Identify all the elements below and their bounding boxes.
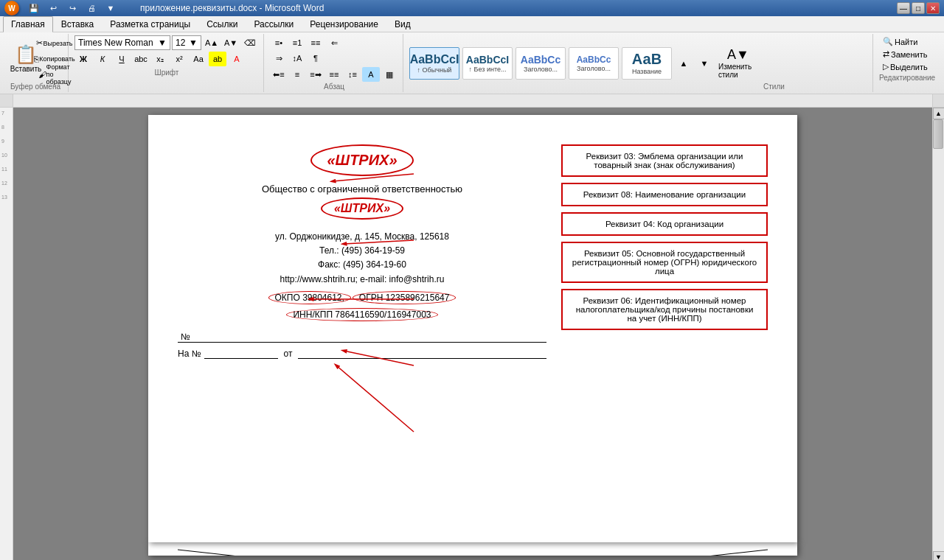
content-area: 78910111213 «ШТРИХ» Общество с ограничен… bbox=[0, 108, 944, 560]
scroll-down-button[interactable]: ▼ bbox=[933, 551, 945, 560]
vertical-ruler: 78910111213 bbox=[0, 108, 13, 560]
styles-section-label: Стили bbox=[763, 83, 785, 91]
style-heading1[interactable]: AaBbCc Заголово... bbox=[516, 47, 566, 80]
find-button[interactable]: 🔍 Найти bbox=[879, 35, 937, 48]
tab-references[interactable]: Ссылки bbox=[198, 16, 246, 32]
editing-section: 🔍 Найти ⇄ Заменить ▷ Выделить Редактиров… bbox=[875, 34, 941, 92]
style-normal[interactable]: AaBbCcI ↑ Обычный bbox=[409, 47, 459, 80]
org-name-oval: «ШТРИХ» bbox=[321, 197, 403, 220]
qat-dropdown[interactable]: ▼ bbox=[102, 1, 119, 15]
vertical-scrollbar[interactable]: ▲ ▼ bbox=[932, 108, 944, 560]
numbering-button[interactable]: ≡1 bbox=[288, 35, 306, 50]
title-bar-left: W 💾 ↩ ↪ 🖨 ▼ приложение.реквизиты.docx - … bbox=[4, 1, 324, 15]
logo-oval: «ШТРИХ» bbox=[310, 144, 413, 176]
ogrn-oval: ОГРН 1235896215647 bbox=[353, 291, 457, 304]
align-right-button[interactable]: ≡➡ bbox=[307, 67, 324, 82]
page-curve-svg bbox=[148, 542, 797, 556]
org-type-text: Общество с ограниченной ответственностью bbox=[262, 183, 462, 195]
from-label: от bbox=[284, 349, 293, 359]
scroll-track[interactable] bbox=[933, 119, 944, 551]
inn-row: ИНН/КПП 7864116590/116947003 bbox=[286, 307, 437, 321]
tab-page-layout[interactable]: Разметка страницы bbox=[102, 16, 198, 32]
styles-section: AaBbCcI ↑ Обычный AaBbCcI ↑ Без инте... … bbox=[405, 34, 873, 92]
undo-button[interactable]: ↩ bbox=[44, 1, 62, 15]
tab-mailings[interactable]: Рассылки bbox=[246, 16, 302, 32]
callout-box-4: Реквизит 05: Основной государственный ре… bbox=[561, 242, 768, 283]
style-no-interval[interactable]: AaBbCcI ↑ Без инте... bbox=[462, 47, 513, 80]
tab-home[interactable]: Главная bbox=[3, 16, 53, 32]
cut-button[interactable]: ✂ Вырезать bbox=[46, 36, 63, 51]
line-spacing-button[interactable]: ↕≡ bbox=[344, 67, 361, 82]
border-button[interactable]: ▦ bbox=[381, 67, 398, 82]
contact-info: ул. Орджоникидзе, д. 145, Москва, 125618… bbox=[275, 230, 449, 287]
callout-boxes: Реквизит 03: Эмблема организации или тов… bbox=[561, 137, 768, 520]
callout-box-2: Реквизит 08: Наименование организации bbox=[561, 183, 768, 206]
office-button[interactable]: W bbox=[4, 1, 19, 15]
editing-section-label: Редактирование bbox=[879, 74, 937, 82]
select-button[interactable]: ▷ Выделить bbox=[879, 60, 937, 73]
italic-button[interactable]: К bbox=[94, 52, 111, 66]
show-marks-button[interactable]: ¶ bbox=[307, 51, 324, 66]
decrease-indent-button[interactable]: ⇐ bbox=[325, 35, 343, 50]
decrease-font-button[interactable]: A▼ bbox=[222, 35, 240, 50]
document-area[interactable]: «ШТРИХ» Общество с ограниченной ответств… bbox=[13, 108, 932, 560]
highlight-button[interactable]: ab bbox=[209, 52, 226, 66]
styles-scroll-up[interactable]: ▲ bbox=[675, 56, 693, 71]
callout-box-3: Реквизит 04: Код организации bbox=[561, 212, 768, 236]
font-section-label: Шрифт bbox=[74, 69, 259, 77]
replace-button[interactable]: ⇄ Заменить bbox=[879, 48, 937, 60]
doc-number-label: № bbox=[178, 332, 193, 342]
subscript-button[interactable]: х₂ bbox=[151, 52, 169, 66]
styles-scroll-down[interactable]: ▼ bbox=[695, 56, 713, 71]
bold-button[interactable]: Ж bbox=[74, 52, 92, 66]
reply-line: На № от bbox=[178, 349, 546, 359]
sort-button[interactable]: ↕A bbox=[288, 51, 306, 66]
callout-box-1: Реквизит 03: Эмблема организации или тов… bbox=[561, 144, 768, 177]
increase-font-button[interactable]: A▲ bbox=[203, 35, 221, 50]
tab-review[interactable]: Рецензирование bbox=[302, 16, 386, 32]
close-button[interactable]: ✕ bbox=[926, 2, 940, 14]
shading-button[interactable]: A bbox=[362, 67, 380, 82]
minimize-button[interactable]: — bbox=[897, 2, 910, 14]
strikethrough-button[interactable]: abc bbox=[132, 52, 150, 66]
clear-format-button[interactable]: ⌫ bbox=[241, 35, 259, 50]
maximize-button[interactable]: □ bbox=[912, 2, 925, 14]
doc-number-line: № bbox=[178, 332, 546, 343]
underline-button[interactable]: Ч bbox=[113, 52, 131, 66]
increase-indent-button[interactable]: ⇒ bbox=[270, 51, 288, 66]
okpo-ogrn-row: ОКПО 39804612, ОГРН 1235896215647 bbox=[268, 291, 457, 304]
save-button[interactable]: 💾 bbox=[25, 1, 43, 15]
address-text: ул. Орджоникидзе, д. 145, Москва, 125618 bbox=[275, 230, 449, 244]
align-left-button[interactable]: ⬅≡ bbox=[270, 67, 288, 82]
style-heading2[interactable]: AaBbCc Заголово... bbox=[569, 47, 619, 80]
font-size-input[interactable]: 12 ▼ bbox=[172, 35, 201, 50]
align-center-button[interactable]: ≡ bbox=[288, 67, 306, 82]
inn-oval: ИНН/КПП 7864116590/116947003 bbox=[286, 308, 437, 321]
style-title[interactable]: АаВ Название bbox=[622, 47, 672, 80]
tab-insert[interactable]: Вставка bbox=[53, 16, 103, 32]
title-bar-controls: — □ ✕ bbox=[897, 2, 940, 14]
bullets-button[interactable]: ≡• bbox=[270, 35, 288, 50]
multilevel-button[interactable]: ≡≡ bbox=[307, 35, 324, 50]
page-bottom bbox=[148, 542, 797, 556]
print-button[interactable]: 🖨 bbox=[83, 1, 100, 15]
font-color-button[interactable]: А bbox=[228, 52, 246, 66]
title-bar: W 💾 ↩ ↪ 🖨 ▼ приложение.реквизиты.docx - … bbox=[0, 0, 944, 16]
scroll-up-button[interactable]: ▲ bbox=[933, 108, 945, 119]
redo-button[interactable]: ↪ bbox=[63, 1, 81, 15]
superscript-button[interactable]: х² bbox=[170, 52, 188, 66]
callout-box-5: Реквизит 06: Идентификационный номер нал… bbox=[561, 289, 768, 330]
change-styles-button[interactable]: A▼ Изменить стили bbox=[716, 45, 760, 81]
phone-text: Тел.: (495) 364-19-59 bbox=[275, 244, 449, 258]
font-name-input[interactable]: Times New Roman ▼ bbox=[74, 35, 170, 50]
justify-button[interactable]: ≡≡ bbox=[325, 67, 343, 82]
change-case-button[interactable]: Аа bbox=[190, 52, 207, 66]
toolbar: 📋 Вставить ✂ Вырезать ⎘ Копировать 🖌 Фор… bbox=[0, 32, 944, 94]
reply-label: На № bbox=[178, 349, 201, 359]
tab-view[interactable]: Вид bbox=[386, 16, 419, 32]
fax-text: Факс: (495) 364-19-60 bbox=[275, 258, 449, 272]
format-painter-button[interactable]: 🖌 Формат по образцу bbox=[46, 67, 63, 82]
horizontal-ruler: 1 2 3 4 5 6 7 8 9 10 11 12 13 14 15 16 1… bbox=[0, 94, 944, 108]
scroll-thumb[interactable] bbox=[933, 119, 943, 149]
web-email-text: http://www.shtrih.ru; e-mail: info@shtri… bbox=[275, 273, 449, 287]
